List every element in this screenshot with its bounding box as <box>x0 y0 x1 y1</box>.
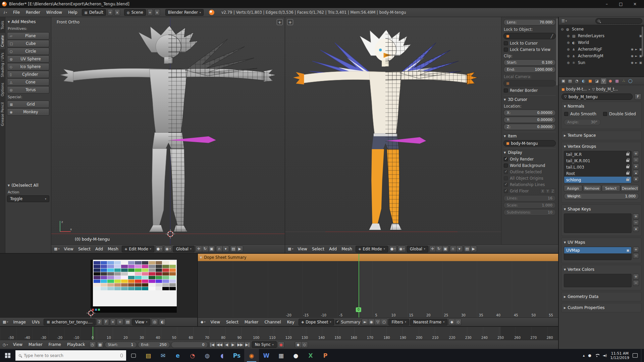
eyedropper-icon[interactable]: ╱ <box>551 34 553 39</box>
summary-channel[interactable]: ▼ Dope Sheet Summary <box>198 254 558 261</box>
menu-item[interactable]: File <box>10 9 23 15</box>
vertex-group-row[interactable]: schlong <box>564 177 631 183</box>
taskbar-app-icon[interactable]: Ps <box>229 349 244 362</box>
properties-tab[interactable]: ● <box>607 78 613 84</box>
auto-smooth-row[interactable]: Auto Smooth <box>564 111 600 117</box>
menu-item[interactable]: Mesh <box>339 246 355 252</box>
menu-item[interactable]: Add <box>93 246 105 252</box>
transform-orientation-dropdown[interactable]: Global ▾ <box>173 246 195 252</box>
lock-icon[interactable] <box>626 160 629 162</box>
add-shape-key-button[interactable]: + <box>633 214 639 219</box>
add-primitive-button[interactable]: ○ Circle <box>7 48 49 55</box>
checkbox[interactable] <box>335 320 339 324</box>
expand-icon[interactable]: ⊕ <box>567 54 571 58</box>
pin-icon[interactable]: ◎ <box>151 319 158 325</box>
hidden-icons-chevron[interactable]: ▴ <box>583 353 585 358</box>
eye-icon[interactable]: ◉ <box>631 48 634 51</box>
vertex-group-action-button[interactable]: Remove <box>583 185 601 192</box>
outliner-row[interactable]: ⊕ ◐ World ◉►▣ ▣ <box>559 39 644 46</box>
av-sync-dropdown[interactable]: No Sync ▾ <box>252 341 277 348</box>
panel-header-deselect-all[interactable]: ▼ (De)select All <box>7 182 49 189</box>
pivot-center-dropdown[interactable]: ◉▾ <box>398 246 406 252</box>
selectable-icon[interactable]: ► <box>635 48 638 51</box>
outliner-row[interactable]: ⊕ ⋔ AcheronRigF ◉►▣ ▣ <box>559 46 644 53</box>
outliner-row[interactable]: ⊕ ⋔ AcheronRigM ◉►▣ ▣ <box>559 53 644 59</box>
screen-layout-selector[interactable]: ▦ Default <box>82 9 106 16</box>
uv-map-row[interactable]: UVMap ▣ <box>564 247 631 253</box>
editor-type-icon[interactable]: ▦▾ <box>287 246 294 252</box>
viewport-shading-dropdown[interactable]: ●▾ <box>389 246 397 252</box>
search-input[interactable] <box>24 353 118 358</box>
checkbox[interactable] <box>504 88 508 93</box>
vertex-colors-list[interactable] <box>564 274 632 287</box>
item-name-field[interactable]: ■ body-M-tengu <box>503 140 556 146</box>
pivot-center-dropdown[interactable]: ◉▾ <box>164 246 172 252</box>
expand-icon[interactable]: ⊕ <box>567 41 571 45</box>
properties-tab[interactable]: ∴ <box>621 78 627 84</box>
lens-field[interactable]: Lens: 70.000 <box>503 19 556 25</box>
clip-end-field[interactable]: End: 1000.000 <box>503 66 556 73</box>
dope-sheet-canvas[interactable]: ▼ Dope Sheet Summary 0 -20-15-10-5510152… <box>198 254 558 318</box>
remove-uv-map-button[interactable]: − <box>633 253 639 259</box>
jump-to-end-button[interactable]: ▶| <box>244 342 251 348</box>
menu-item[interactable]: Marker <box>241 319 261 325</box>
menu-item[interactable]: Render <box>23 9 43 15</box>
expand-icon[interactable]: ⊕ <box>567 61 571 65</box>
menu-item[interactable]: Add <box>327 246 339 252</box>
panel-header-vertex-colors[interactable]: ▼ Vertex Colors <box>563 266 640 273</box>
delete-keyframe-icon[interactable]: ◇ <box>301 342 308 348</box>
vertex-group-action-button[interactable]: Assign <box>564 185 582 192</box>
maximize-button[interactable]: □ <box>614 0 628 8</box>
snap-mode-dropdown[interactable]: Nearest Frame ▾ <box>410 319 447 325</box>
properties-tab[interactable]: ▣ <box>560 78 567 84</box>
opengl-render-anim-icon[interactable]: ▶ <box>470 246 477 252</box>
panel-header-item[interactable]: ▼ Item <box>503 132 556 139</box>
rotate-manipulator-icon[interactable]: ↻ <box>436 246 442 252</box>
expand-icon[interactable]: ⊕ <box>567 34 571 38</box>
scene-selector[interactable]: ◍ Scene <box>124 9 146 16</box>
remove-shape-key-button[interactable]: − <box>633 220 639 226</box>
checkbox[interactable] <box>603 112 607 116</box>
add-primitive-button[interactable]: ◍ UV Sphere <box>7 55 49 63</box>
lock-icon[interactable] <box>626 172 629 175</box>
summary-toggle-row[interactable]: Summary <box>335 319 361 325</box>
display-option-row[interactable]: Outline Selected <box>503 169 556 175</box>
mesh-name-field[interactable]: ▽ body_M_tengu <box>561 94 633 100</box>
transform-orientation-dropdown[interactable]: Global ▾ <box>407 246 428 252</box>
menu-item[interactable]: Select <box>76 246 93 252</box>
editor-type-icon[interactable]: ▦▾ <box>53 246 60 252</box>
prev-keyframe-button[interactable]: ◀◀ <box>215 342 224 348</box>
snap-element-dropdown[interactable]: ▾ <box>456 246 463 252</box>
eye-icon[interactable]: ◉ <box>631 54 634 58</box>
add-uv-map-button[interactable]: + <box>633 247 639 252</box>
properties-tab[interactable]: ■ <box>587 78 593 84</box>
lock-icon[interactable] <box>626 166 629 168</box>
specials-menu-button[interactable]: ▾ <box>633 164 639 169</box>
properties-tab[interactable]: ◪ <box>594 78 600 84</box>
opengl-render-still-icon[interactable]: ▤ <box>230 246 237 252</box>
render-engine-selector[interactable]: Blender Render ▾ <box>165 9 204 16</box>
translate-manipulator-icon[interactable]: ✛ <box>196 246 202 252</box>
render-camera-icon[interactable]: ▣ <box>626 249 629 252</box>
jump-to-start-button[interactable]: |◀ <box>209 342 216 348</box>
network-icon[interactable] <box>595 354 599 357</box>
outliner-row[interactable]: ⊕ ☼ Sun ◉►▣ ▣ <box>559 59 644 66</box>
taskbar-app-icon[interactable]: ◉ <box>244 349 259 362</box>
angle-field[interactable]: Angle: 30° <box>564 119 601 125</box>
editor-type-icon[interactable]: ▩▾ <box>2 319 9 325</box>
remove-vertex-color-button[interactable]: − <box>633 280 639 286</box>
outliner-search-field[interactable] <box>595 18 642 24</box>
use-preview-range-icon[interactable]: ◷ <box>89 342 96 348</box>
filter-selected-icon[interactable]: ► <box>362 319 368 325</box>
grid-setting-field[interactable]: Subdivisions: 10 <box>503 209 556 216</box>
panel-header-uv-maps[interactable]: ▼ UV Maps <box>563 239 640 246</box>
menu-item[interactable]: Help <box>65 9 80 15</box>
mode-dropdown[interactable]: ◈ Edit Mode ▾ <box>122 246 154 252</box>
editor-type-icon[interactable]: ◆▾ <box>200 319 206 325</box>
translate-manipulator-icon[interactable]: ✛ <box>429 246 436 252</box>
add-primitive-button[interactable]: ◇ Ico Sphere <box>7 63 49 70</box>
volume-icon[interactable]: ◄) <box>603 353 607 358</box>
properties-tab[interactable]: ◯ <box>627 78 634 84</box>
taskbar-app-icon[interactable]: ◖ <box>215 349 229 362</box>
vertex-group-action-button[interactable]: Deselect <box>621 185 639 192</box>
